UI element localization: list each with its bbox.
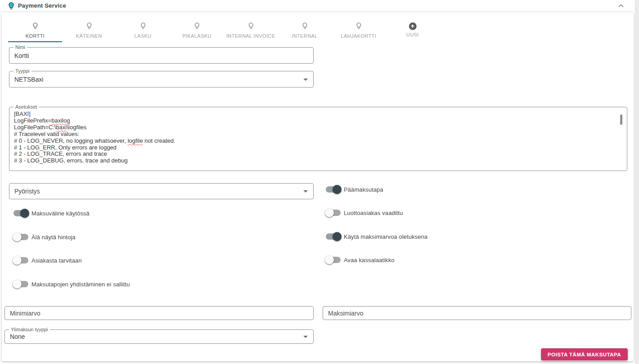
payment-method-panel: KORTTI KÄTEINEN LASKU PIKALASKU INTERNAL…	[2, 13, 634, 361]
page-title: Payment Service	[18, 2, 66, 9]
toggle-kayta-maksimiarvoa: Käytä maksimiarvoa oletuksena	[326, 232, 427, 241]
minimiarvo-input[interactable]	[5, 307, 313, 320]
nimi-field: Nimi	[9, 47, 314, 64]
tab-label: PIKALASKU	[182, 33, 212, 39]
page-scrollbar[interactable]	[635, 0, 639, 364]
tab-uusi-add[interactable]: UUSI	[386, 20, 439, 42]
textarea-scrollbar[interactable]	[620, 114, 622, 125]
asetukset-label: Asetukset	[13, 104, 39, 110]
lightbulb-icon	[193, 22, 201, 31]
toggle-paamaksutapa: Päämaksutapa	[326, 185, 383, 194]
pyoristys-value: Pyöristys	[9, 184, 313, 199]
tab-internal[interactable]: INTERNAL	[278, 20, 332, 42]
tab-internal-invoice[interactable]: INTERNAL INVOICE	[224, 20, 278, 42]
toggle-switch[interactable]	[326, 233, 341, 240]
tab-kortti[interactable]: KORTTI	[8, 20, 62, 42]
maksimiarvo-field	[323, 306, 631, 320]
toggle-label: Luottoasiakas vaadittu	[344, 210, 403, 216]
toggle-asiakasta-tarvitaan: Asiakasta tarvitaan	[13, 256, 82, 265]
tab-label: INTERNAL INVOICE	[226, 33, 275, 39]
tab-label: KÄTEINEN	[76, 33, 102, 39]
lightbulb-icon	[31, 22, 39, 31]
tab-pikalasku[interactable]: PIKALASKU	[170, 20, 224, 42]
toggle-label: Älä näytä hintoja	[31, 234, 75, 241]
minimiarvo-field	[4, 306, 314, 320]
dropdown-arrow-icon	[303, 79, 308, 81]
lightbulb-icon	[355, 22, 363, 31]
tab-label: LASKU	[134, 33, 151, 39]
tab-lahjakortti[interactable]: LAHJAKORTTI	[332, 20, 386, 42]
ylimaksun-tyyppi-select[interactable]: Ylimaksun tyyppi None	[4, 329, 314, 344]
tab-label: UUSI	[406, 32, 419, 37]
lightbulb-icon	[85, 22, 93, 31]
payment-service-header: Payment Service	[0, 0, 634, 12]
toggle-switch[interactable]	[13, 234, 28, 240]
toggle-switch[interactable]	[13, 257, 28, 263]
ylimaksun-tyyppi-value: None	[5, 330, 313, 343]
tab-label: LAHJAKORTTI	[341, 33, 377, 39]
asetukset-field: Asetukset [BAXI] LogFilePrefix=baxilog L…	[9, 107, 627, 171]
lightbulb-icon	[301, 22, 309, 31]
toggle-label: Maksuväline käytössä	[31, 210, 89, 217]
nimi-input[interactable]	[9, 48, 313, 63]
tab-kateinen[interactable]: KÄTEINEN	[62, 20, 116, 42]
toggle-label: Päämaksutapa	[344, 186, 383, 193]
toggle-label: Maksutapojen yhdistäminen ei sallittu	[31, 281, 130, 288]
toggle-switch[interactable]	[13, 281, 28, 287]
pyoristys-select[interactable]: Pyöristys	[9, 183, 314, 199]
lightbulb-icon	[247, 22, 255, 31]
ylimaksun-tyyppi-label: Ylimaksun tyyppi	[9, 327, 50, 333]
toggle-switch[interactable]	[13, 210, 28, 216]
toggle-maksuvaline-kaytossa: Maksuväline käytössä	[13, 209, 89, 218]
toggle-switch[interactable]	[326, 210, 341, 216]
toggle-maksutapojen-yhdistaminen: Maksutapojen yhdistäminen ei sallittu	[13, 280, 130, 289]
settings-text[interactable]: [BAXI] LogFilePrefix=baxilog LogFilePath…	[14, 111, 618, 168]
tab-lasku[interactable]: LASKU	[116, 20, 170, 42]
toggle-ala-nayta-hintoja: Älä näytä hintoja	[13, 232, 75, 241]
tyyppi-value: NETSBaxi	[9, 71, 313, 87]
maksimiarvo-input[interactable]	[323, 307, 631, 320]
delete-payment-method-button[interactable]: POISTA TÄMÄ MAKSUTAPA	[541, 348, 628, 360]
toggle-label: Avaa kassalaatikko	[344, 257, 395, 263]
toggle-switch[interactable]	[326, 257, 341, 263]
toggle-label: Asiakasta tarvitaan	[31, 257, 82, 264]
chevron-up-icon[interactable]	[617, 1, 626, 10]
toggle-switch[interactable]	[326, 186, 341, 193]
dropdown-arrow-icon	[303, 336, 308, 338]
tab-label: KORTTI	[26, 33, 45, 39]
tyyppi-label: Tyyppi	[13, 68, 31, 74]
toggle-label: Käytä maksimiarvoa oletuksena	[344, 233, 427, 240]
tab-label: INTERNAL	[292, 33, 318, 39]
lightbulb-icon	[7, 2, 15, 10]
nimi-label: Nimi	[13, 44, 27, 50]
payment-method-tabs: KORTTI KÄTEINEN LASKU PIKALASKU INTERNAL…	[8, 20, 439, 42]
dropdown-arrow-icon	[303, 190, 308, 193]
tyyppi-select[interactable]: Tyyppi NETSBaxi	[9, 71, 314, 88]
lightbulb-icon	[139, 22, 147, 31]
toggle-avaa-kassalaatikko: Avaa kassalaatikko	[326, 255, 395, 264]
plus-icon	[409, 22, 417, 30]
toggle-luottoasiakas-vaadittu: Luottoasiakas vaadittu	[326, 208, 403, 217]
